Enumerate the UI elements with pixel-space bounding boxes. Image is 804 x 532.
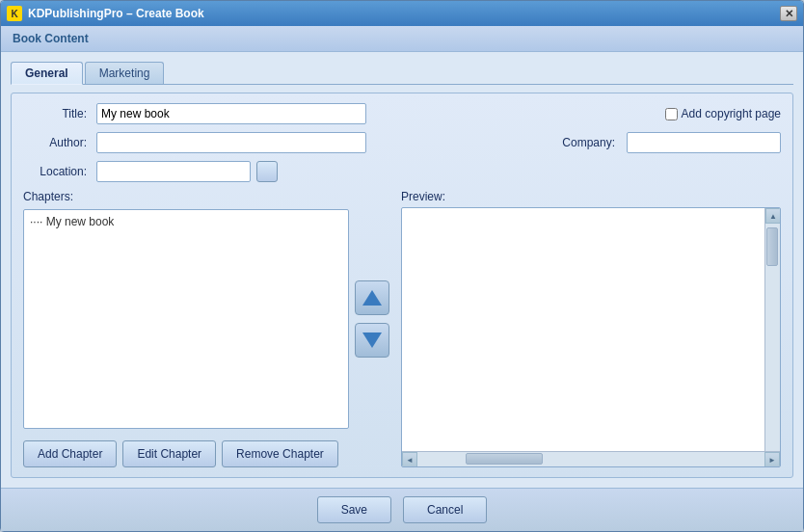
two-col-area: Chapters: ···· My new book xyxy=(23,190,781,467)
content-area: General Marketing Title: Add copyright p… xyxy=(1,52,803,488)
copyright-section: Add copyright page xyxy=(665,107,781,120)
chapter-buttons: Add Chapter Edit Chapter Remove Chapter xyxy=(23,440,389,467)
tab-general[interactable]: General xyxy=(11,62,83,85)
list-item[interactable]: ···· My new book xyxy=(28,214,344,229)
cancel-button[interactable]: Cancel xyxy=(403,496,487,523)
scroll-left-button[interactable]: ◄ xyxy=(402,452,417,467)
chapters-area-wrap: ···· My new book xyxy=(23,209,389,429)
author-label: Author: xyxy=(23,136,91,149)
window-title: KDPublishingPro – Create Book xyxy=(28,7,774,20)
left-column: Chapters: ···· My new book xyxy=(23,190,389,467)
preview-label: Preview: xyxy=(401,190,781,203)
vertical-scrollbar[interactable]: ▲ ▼ xyxy=(764,208,780,466)
location-label: Location: xyxy=(23,165,91,178)
right-column: Preview: ▲ ▼ ◄ xyxy=(401,190,781,467)
main-window: K KDPublishingPro – Create Book ✕ Book C… xyxy=(0,0,804,532)
horizontal-scrollbar[interactable]: ◄ ► xyxy=(402,451,780,466)
scroll-thumb-horizontal[interactable] xyxy=(466,453,543,465)
company-section: Company: xyxy=(551,132,781,153)
close-button[interactable]: ✕ xyxy=(780,6,797,21)
copyright-checkbox[interactable] xyxy=(665,108,678,120)
remove-chapter-button[interactable]: Remove Chapter xyxy=(222,440,338,467)
location-row: Location: xyxy=(23,161,781,182)
edit-chapter-button[interactable]: Edit Chapter xyxy=(122,440,216,467)
down-arrow-icon xyxy=(362,332,382,348)
scroll-up-button[interactable]: ▲ xyxy=(765,208,781,224)
move-up-button[interactable] xyxy=(355,280,389,315)
move-down-button[interactable] xyxy=(355,323,389,358)
scroll-thumb-vertical[interactable] xyxy=(766,227,778,266)
up-arrow-icon xyxy=(362,290,382,306)
location-input[interactable] xyxy=(96,161,251,182)
title-row: Title: Add copyright page xyxy=(23,103,781,124)
app-icon: K xyxy=(7,6,22,21)
section-header: Book Content xyxy=(1,26,803,52)
company-label: Company: xyxy=(551,136,619,149)
copyright-label: Add copyright page xyxy=(682,107,781,120)
company-input[interactable] xyxy=(627,132,781,153)
scroll-track-vertical xyxy=(765,224,780,451)
chapters-label: Chapters: xyxy=(23,190,389,203)
arrow-buttons xyxy=(355,209,389,429)
tabs: General Marketing xyxy=(11,62,793,85)
chapters-list[interactable]: ···· My new book xyxy=(23,209,349,429)
form-section: Title: Add copyright page Author: Compan… xyxy=(11,93,793,478)
copyright-checkbox-row: Add copyright page xyxy=(665,107,781,120)
scroll-track-horizontal xyxy=(417,452,764,466)
author-input[interactable] xyxy=(96,132,366,153)
tab-marketing[interactable]: Marketing xyxy=(85,62,165,84)
save-button[interactable]: Save xyxy=(317,496,391,523)
preview-area: ▲ ▼ ◄ ► xyxy=(401,207,781,467)
footer: Save Cancel xyxy=(1,488,803,531)
title-label: Title: xyxy=(23,107,91,120)
add-chapter-button[interactable]: Add Chapter xyxy=(23,440,117,467)
title-bar: K KDPublishingPro – Create Book ✕ xyxy=(1,1,803,26)
browse-button[interactable] xyxy=(256,161,278,182)
title-input[interactable] xyxy=(96,103,366,124)
author-row: Author: Company: xyxy=(23,132,781,153)
scroll-right-button[interactable]: ► xyxy=(764,452,780,467)
